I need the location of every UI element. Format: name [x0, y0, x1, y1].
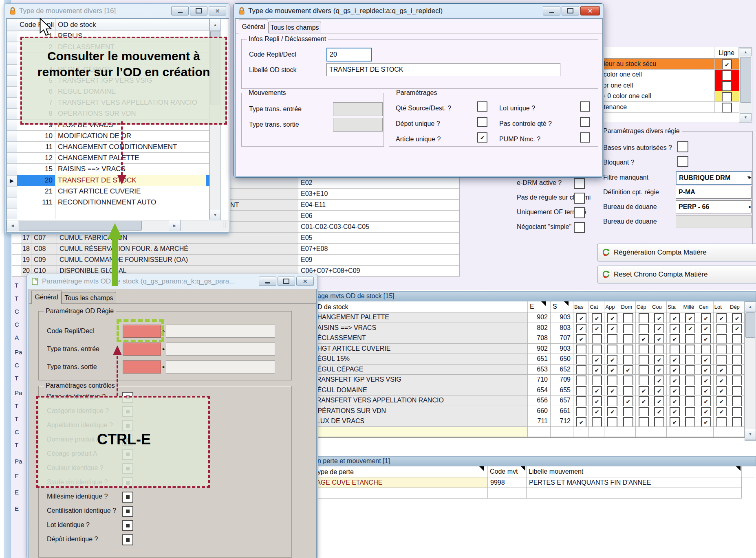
row-selector[interactable]: [7, 108, 17, 119]
grid-checkbox[interactable]: [716, 345, 727, 354]
tab-tous-les-champs[interactable]: Tous les champs: [62, 292, 116, 304]
grid-checkbox[interactable]: [732, 386, 742, 396]
table-row[interactable]: érieur au stock sécu: [596, 59, 714, 70]
grid-checkbox[interactable]: ✔: [576, 324, 586, 334]
list-item[interactable]: RAISINS ==> VRACS: [55, 164, 209, 175]
mid-checkbox[interactable]: [574, 207, 585, 218]
scroll-up-button[interactable]: ▲: [740, 48, 752, 56]
grid-checkbox[interactable]: ✔: [701, 386, 711, 396]
grid-checkbox[interactable]: ✔: [654, 313, 664, 323]
grid-checkbox[interactable]: ✔: [654, 376, 664, 385]
grid-checkbox[interactable]: [732, 376, 742, 385]
grid-checkbox[interactable]: ✔: [716, 396, 727, 406]
ligne-checkbox[interactable]: [722, 70, 732, 81]
grid-checkbox[interactable]: [623, 417, 633, 427]
grid-checkbox[interactable]: [623, 355, 633, 365]
grid-checkbox[interactable]: ✔: [701, 313, 711, 323]
grid-checkbox[interactable]: [716, 417, 727, 427]
column-header-dép[interactable]: Dép: [729, 301, 745, 312]
control-checkbox[interactable]: [122, 506, 133, 517]
grid-checkbox[interactable]: [685, 396, 695, 406]
grid-checkbox[interactable]: [576, 345, 586, 354]
grid-checkbox[interactable]: ✔: [576, 313, 586, 323]
field-arrow-icon[interactable]: ►: [162, 365, 166, 369]
control-checkbox[interactable]: [122, 534, 133, 545]
grid-checkbox[interactable]: [639, 417, 649, 427]
grid-checkbox[interactable]: ✔: [639, 386, 649, 396]
list-item[interactable]: MODIFICATION DE DR: [55, 131, 209, 142]
grid-checkbox[interactable]: [592, 345, 602, 354]
scroll-down-button[interactable]: ▼: [740, 113, 752, 121]
grid-checkbox[interactable]: ✔: [716, 386, 727, 396]
checkbox-4[interactable]: [580, 101, 590, 112]
mid-checkbox[interactable]: [574, 193, 585, 204]
table-row[interactable]: artenance: [596, 102, 714, 113]
grid-checkbox[interactable]: ✔: [701, 417, 711, 427]
type-trans-sortie-input[interactable]: [333, 118, 383, 132]
grid-checkbox[interactable]: [592, 376, 602, 385]
list-item[interactable]: CHANGEMENT CONDITIONNEMENT: [55, 142, 209, 153]
grid-checkbox[interactable]: ✔: [654, 334, 664, 344]
grid-checkbox[interactable]: [639, 376, 649, 385]
grid-checkbox[interactable]: ✔: [701, 376, 711, 385]
red-field-3[interactable]: [123, 360, 161, 373]
red-field-2[interactable]: [123, 343, 161, 356]
list-item[interactable]: TRANSFERT DE STOCK: [55, 175, 209, 186]
grid-checkbox[interactable]: ✔: [701, 324, 711, 334]
grid-checkbox[interactable]: ✔: [576, 334, 586, 344]
minimize-button[interactable]: [259, 277, 276, 286]
type-trans-entree-input[interactable]: [333, 102, 383, 116]
scrollbar-thumb[interactable]: [745, 312, 755, 338]
grid-checkbox[interactable]: [576, 365, 586, 375]
grid-checkbox[interactable]: ✔: [670, 376, 680, 385]
grid-checkbox[interactable]: [576, 376, 586, 385]
control-checkbox[interactable]: [122, 492, 133, 503]
grid-checkbox[interactable]: ✔: [654, 365, 664, 375]
grid-checkbox[interactable]: [576, 396, 586, 406]
grid-checkbox[interactable]: ✔: [654, 355, 664, 365]
grid-checkbox[interactable]: ✔: [592, 396, 602, 406]
grid-checkbox[interactable]: ✔: [639, 334, 649, 344]
list-item[interactable]: [55, 208, 209, 219]
minimize-button[interactable]: [171, 6, 189, 15]
column-header-millé[interactable]: Millé: [682, 301, 698, 312]
grid-checkbox[interactable]: ✔: [701, 396, 711, 406]
scrollbar-thumb[interactable]: [19, 221, 142, 231]
ligne-checkbox[interactable]: [722, 103, 732, 113]
grid-checkbox[interactable]: [685, 334, 695, 344]
checkbox-6[interactable]: [580, 132, 590, 143]
grid-checkbox[interactable]: ✔: [670, 396, 680, 406]
column-header-cen[interactable]: Cen: [698, 301, 714, 312]
grid-checkbox[interactable]: [592, 334, 602, 344]
grid-checkbox[interactable]: [685, 376, 695, 385]
resize-grip[interactable]: [220, 222, 226, 228]
libelle-od-stock-input[interactable]: TRANSFERT DE STOCK: [326, 63, 560, 76]
grid-checkbox[interactable]: [685, 345, 695, 354]
row-selector[interactable]: [7, 75, 17, 86]
scroll-up-button[interactable]: ▲: [745, 301, 756, 312]
table-row[interactable]: <= 0 color one cell: [596, 91, 714, 102]
checkbox-3[interactable]: ✔: [477, 132, 487, 143]
grid-checkbox[interactable]: ✔: [670, 334, 680, 344]
grid-checkbox[interactable]: [576, 407, 586, 417]
grid-checkbox[interactable]: ✔: [607, 355, 617, 365]
grid-checkbox[interactable]: ✔: [607, 324, 617, 334]
grid-checkbox[interactable]: [639, 365, 649, 375]
grid-checkbox[interactable]: [639, 407, 649, 417]
grid-checkbox[interactable]: ✔: [716, 313, 727, 323]
grid-checkbox[interactable]: ✔: [607, 407, 617, 417]
column-header-cou[interactable]: Cou: [651, 301, 667, 312]
grid-checkbox[interactable]: ✔: [592, 324, 602, 334]
list-item[interactable]: CHANGEMENT PALETTE: [55, 153, 209, 164]
titlebar[interactable]: Paramétrage mvts OD de stock (q_gs_param…: [27, 274, 317, 289]
checkbox-2[interactable]: [477, 117, 487, 127]
grid-checkbox[interactable]: ✔: [670, 365, 680, 375]
titlebar[interactable]: Type de mouvement divers [16] ✕: [4, 4, 230, 18]
ligne-checkbox[interactable]: [722, 81, 732, 91]
row-selector[interactable]: ▶: [7, 175, 17, 186]
grid-checkbox[interactable]: ✔: [654, 386, 664, 396]
grid-checkbox[interactable]: ✔: [670, 407, 680, 417]
code-repli-input[interactable]: 20: [326, 48, 372, 62]
row-selector[interactable]: [7, 164, 17, 175]
row-selector[interactable]: [7, 186, 17, 197]
